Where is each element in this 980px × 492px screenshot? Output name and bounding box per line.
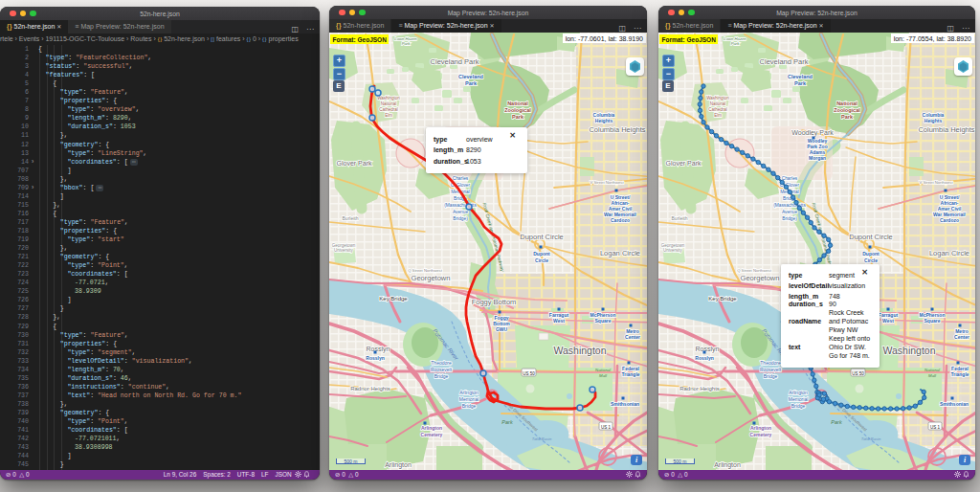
svg-text:Logan Circle: Logan Circle bbox=[929, 249, 969, 257]
svg-text:Rosslyn: Rosslyn bbox=[366, 355, 384, 361]
svg-text:Avenue: Avenue bbox=[453, 210, 469, 214]
svg-text:Mall: Mall bbox=[599, 373, 608, 378]
svg-text:Park: Park bbox=[731, 41, 741, 46]
svg-text:National: National bbox=[836, 101, 858, 106]
svg-text:Georgetown: Georgetown bbox=[741, 274, 780, 282]
svg-text:Dupont: Dupont bbox=[533, 251, 550, 257]
svg-text:Cardozo: Cardozo bbox=[611, 217, 630, 223]
svg-text:Dupont: Dupont bbox=[862, 251, 880, 257]
svg-text:National: National bbox=[507, 101, 528, 106]
svg-text:West: West bbox=[882, 318, 894, 324]
svg-text:Theodore: Theodore bbox=[760, 360, 781, 366]
svg-text:Q Street Northwest: Q Street Northwest bbox=[408, 268, 442, 273]
svg-text:University: University bbox=[334, 248, 354, 253]
svg-text:Circle: Circle bbox=[864, 257, 878, 263]
svg-text:V Street Northwest: V Street Northwest bbox=[590, 180, 624, 185]
svg-text:National: National bbox=[595, 368, 612, 372]
svg-text:Washington: Washington bbox=[553, 345, 606, 356]
svg-text:Glover Park: Glover Park bbox=[666, 160, 702, 167]
svg-text:Triangle: Triangle bbox=[950, 371, 969, 377]
svg-text:Heights: Heights bbox=[595, 118, 613, 123]
svg-text:Park: Park bbox=[501, 419, 513, 425]
svg-text:Avenue: Avenue bbox=[782, 210, 798, 214]
svg-text:Park: Park bbox=[465, 80, 478, 86]
svg-text:Bridge): Bridge) bbox=[782, 216, 797, 221]
svg-text:Q Street Northwest: Q Street Northwest bbox=[737, 268, 771, 273]
svg-text:Columbia Heights: Columbia Heights bbox=[918, 125, 974, 134]
svg-text:University: University bbox=[663, 248, 683, 253]
svg-text:Theodore: Theodore bbox=[431, 360, 452, 366]
svg-text:Georgetown: Georgetown bbox=[412, 274, 451, 282]
svg-text:Arlington: Arlington bbox=[421, 425, 442, 431]
svg-text:Charles: Charles bbox=[782, 176, 798, 181]
svg-text:Cleveland Park: Cleveland Park bbox=[431, 57, 479, 66]
svg-text:Dupont Circle: Dupont Circle bbox=[849, 233, 892, 241]
svg-text:Elm: Elm bbox=[385, 113, 392, 118]
svg-text:Cleveland Park: Cleveland Park bbox=[760, 57, 809, 66]
svg-text:Zoological: Zoological bbox=[504, 107, 531, 113]
svg-text:Smithsonian: Smithsonian bbox=[611, 401, 639, 407]
svg-text:Bridge: Bridge bbox=[791, 403, 806, 409]
svg-text:Morgan: Morgan bbox=[809, 155, 826, 161]
svg-text:Center: Center bbox=[625, 334, 640, 340]
svg-text:Arlington: Arlington bbox=[789, 390, 808, 395]
svg-text:Park: Park bbox=[794, 80, 807, 86]
svg-text:Burleith: Burleith bbox=[343, 215, 359, 221]
svg-text:Tidal Basin: Tidal Basin bbox=[861, 436, 881, 441]
svg-text:V Street Northwest: V Street Northwest bbox=[919, 180, 953, 185]
svg-text:Bridge): Bridge) bbox=[453, 216, 468, 221]
svg-text:Columbia Heights: Columbia Heights bbox=[589, 125, 645, 134]
svg-text:Memorial: Memorial bbox=[459, 396, 479, 402]
svg-text:Burleith: Burleith bbox=[672, 215, 688, 221]
svg-text:Mall: Mall bbox=[928, 373, 937, 378]
svg-text:Square: Square bbox=[595, 318, 612, 324]
svg-text:Dupont Circle: Dupont Circle bbox=[520, 233, 563, 241]
svg-text:GWU: GWU bbox=[496, 326, 508, 332]
svg-text:Key Bridge: Key Bridge bbox=[708, 296, 737, 302]
svg-text:Woodley Park: Woodley Park bbox=[791, 129, 834, 137]
svg-text:Cemetery: Cemetery bbox=[421, 432, 443, 437]
svg-text:Charles: Charles bbox=[453, 176, 469, 181]
svg-text:Cemetery: Cemetery bbox=[750, 432, 772, 437]
svg-text:Arlington: Arlington bbox=[750, 425, 771, 431]
svg-text:Cleveland: Cleveland bbox=[788, 74, 813, 79]
svg-text:Foggy Bottom: Foggy Bottom bbox=[472, 298, 517, 306]
svg-text:Park: Park bbox=[512, 114, 524, 120]
svg-text:Radnor Heights: Radnor Heights bbox=[679, 386, 720, 391]
svg-text:Arlington: Arlington bbox=[714, 461, 741, 469]
svg-text:Square: Square bbox=[924, 318, 941, 324]
svg-text:Bridge: Bridge bbox=[764, 373, 778, 379]
svg-text:Park: Park bbox=[841, 114, 854, 120]
svg-text:Elm: Elm bbox=[714, 113, 722, 118]
svg-text:Roosevelt: Roosevelt bbox=[431, 367, 453, 372]
svg-text:US 50: US 50 bbox=[852, 371, 864, 376]
svg-text:National: National bbox=[924, 368, 941, 372]
svg-text:Key Bridge: Key Bridge bbox=[379, 296, 408, 302]
svg-text:Glover Park: Glover Park bbox=[337, 160, 372, 167]
svg-text:Center: Center bbox=[954, 334, 969, 340]
svg-text:US 1: US 1 bbox=[930, 425, 941, 430]
svg-text:Washington: Washington bbox=[882, 345, 935, 356]
svg-text:Cleveland: Cleveland bbox=[458, 74, 483, 79]
svg-text:Radnor Heights: Radnor Heights bbox=[350, 386, 390, 391]
svg-text:Cathedral: Cathedral bbox=[708, 107, 727, 112]
svg-text:Cardozo: Cardozo bbox=[940, 217, 959, 223]
svg-text:Arlington: Arlington bbox=[385, 461, 412, 469]
svg-text:Park: Park bbox=[402, 41, 412, 46]
svg-text:Bridge: Bridge bbox=[462, 403, 477, 409]
svg-text:Park: Park bbox=[831, 419, 842, 425]
svg-text:US 50: US 50 bbox=[523, 371, 535, 376]
svg-text:US 1: US 1 bbox=[601, 425, 612, 430]
svg-text:Heights: Heights bbox=[924, 118, 943, 123]
svg-text:Cathedral: Cathedral bbox=[379, 107, 398, 112]
svg-text:Smithsonian: Smithsonian bbox=[940, 401, 969, 407]
svg-text:Arlington: Arlington bbox=[459, 390, 479, 395]
svg-text:Roosevelt: Roosevelt bbox=[760, 367, 782, 372]
svg-text:National: National bbox=[381, 101, 397, 106]
svg-text:Bridge: Bridge bbox=[434, 373, 449, 379]
svg-text:Triangle: Triangle bbox=[621, 371, 639, 377]
svg-text:Tidal Basin: Tidal Basin bbox=[532, 436, 552, 441]
svg-text:Memorial: Memorial bbox=[789, 396, 809, 402]
svg-text:Rosslyn: Rosslyn bbox=[696, 346, 720, 353]
svg-text:Logan Circle: Logan Circle bbox=[600, 249, 640, 257]
